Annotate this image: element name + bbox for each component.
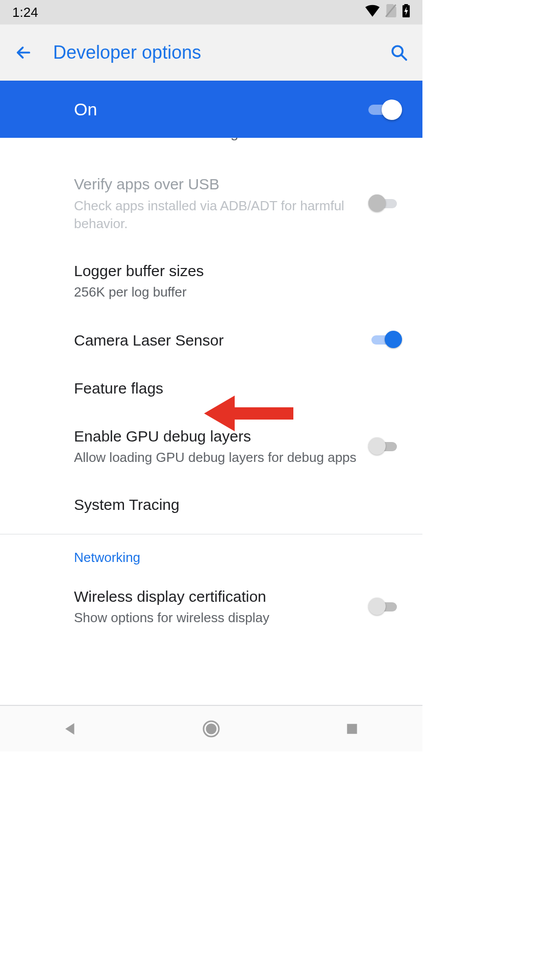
navigation-bar <box>0 705 422 751</box>
svg-rect-8 <box>347 724 357 734</box>
setting-title: Feature flags <box>74 379 392 398</box>
toggle-enable-gpu-debug-layers[interactable] <box>368 436 402 457</box>
search-button[interactable] <box>388 41 410 64</box>
toggle-wireless-display-certification[interactable] <box>368 597 402 617</box>
wifi-icon <box>365 5 380 20</box>
setting-subtitle: Check apps installed via ADB/ADT for har… <box>74 197 358 233</box>
setting-verify-apps-over-usb: Verify apps over USB Check apps installe… <box>0 160 422 247</box>
setting-title: Verify apps over USB <box>74 175 358 194</box>
partial-cutoff-text: to attach before executing <box>0 138 422 160</box>
app-bar: Developer options <box>0 24 422 81</box>
back-button[interactable] <box>12 41 35 64</box>
toggle-verify-apps-over-usb <box>368 193 402 214</box>
nav-back-button[interactable] <box>59 718 82 740</box>
setting-subtitle: Allow loading GPU debug layers for debug… <box>74 449 358 467</box>
master-toggle-row[interactable]: On <box>0 81 422 138</box>
setting-system-tracing[interactable]: System Tracing <box>0 481 422 529</box>
setting-title: Wireless display certification <box>74 587 358 606</box>
master-toggle-switch[interactable] <box>368 100 402 120</box>
setting-title: Enable GPU debug layers <box>74 427 358 446</box>
setting-wireless-display-certification[interactable]: Wireless display certification Show opti… <box>0 573 422 642</box>
section-header-networking: Networking <box>0 534 422 573</box>
master-toggle-label: On <box>74 100 368 119</box>
nav-recents-button[interactable] <box>341 718 363 740</box>
setting-enable-gpu-debug-layers[interactable]: Enable GPU debug layers Allow loading GP… <box>0 412 422 481</box>
settings-list[interactable]: to attach before executing Verify apps o… <box>0 138 422 705</box>
toggle-camera-laser-sensor[interactable] <box>368 330 402 350</box>
status-time: 1:24 <box>12 5 38 20</box>
svg-line-4 <box>401 55 406 60</box>
svg-point-7 <box>206 723 217 734</box>
setting-logger-buffer-sizes[interactable]: Logger buffer sizes 256K per log buffer <box>0 247 422 316</box>
status-bar: 1:24 <box>0 0 422 24</box>
setting-subtitle: 256K per log buffer <box>74 283 392 301</box>
setting-title: Logger buffer sizes <box>74 261 392 281</box>
setting-title: Camera Laser Sensor <box>74 331 358 350</box>
setting-title: System Tracing <box>74 495 392 514</box>
setting-subtitle: Show options for wireless display <box>74 609 358 627</box>
battery-charging-icon <box>402 4 410 21</box>
setting-camera-laser-sensor[interactable]: Camera Laser Sensor <box>0 315 422 364</box>
nav-home-button[interactable] <box>200 718 222 740</box>
status-icons <box>365 4 410 21</box>
svg-rect-2 <box>404 4 408 6</box>
no-sim-icon <box>385 4 397 21</box>
setting-feature-flags[interactable]: Feature flags <box>0 364 422 412</box>
page-title: Developer options <box>53 42 388 63</box>
